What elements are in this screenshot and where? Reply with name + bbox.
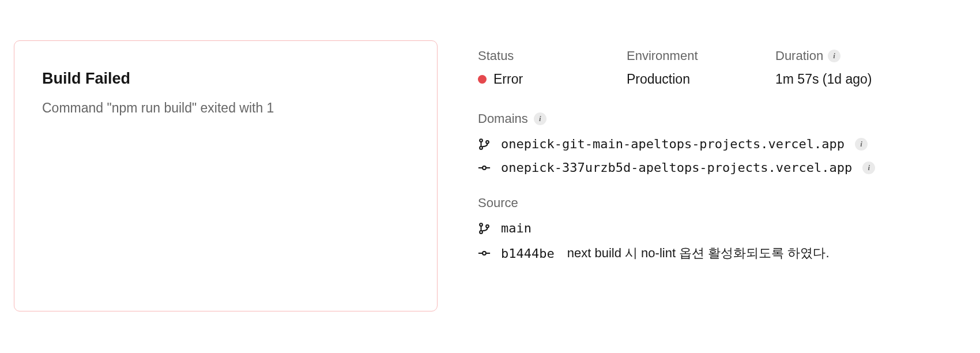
svg-point-2 [486,140,489,143]
source-branch-row: main [478,221,966,235]
domain-row: onepick-git-main-apeltops-projects.verce… [478,137,966,151]
commit-icon [478,247,491,260]
branch-icon [478,222,491,235]
info-icon[interactable]: i [855,138,868,151]
environment-label: Environment [627,48,748,63]
deployment-details: Status Error Environment Production Dura… [478,40,966,311]
svg-point-7 [480,231,483,234]
build-error-message: Command "npm run build" exited with 1 [42,100,409,116]
status-meta-row: Status Error Environment Production Dura… [478,48,966,87]
info-icon[interactable]: i [862,162,875,174]
svg-point-0 [480,139,483,142]
source-label: Source [478,196,966,211]
source-commit-row: b1444be next build 시 no-lint 옵션 활성화되도록 하… [478,245,966,262]
source-commit-link[interactable]: b1444be [501,246,555,261]
domains-label-text: Domains [478,111,528,126]
svg-point-8 [486,224,489,227]
source-section: Source main [478,196,966,262]
build-failed-card: Build Failed Command "npm run build" exi… [14,40,438,311]
duration-label-text: Duration [775,48,823,63]
domains-label: Domains i [478,111,966,126]
status-value: Error [478,72,599,87]
duration-label: Duration i [775,48,872,63]
svg-point-1 [480,147,483,149]
branch-icon [478,138,491,151]
domain-commit-link[interactable]: onepick-337urzb5d-apeltops-projects.verc… [501,160,852,175]
svg-point-3 [483,166,486,170]
svg-point-9 [483,251,486,255]
environment-block: Environment Production [627,48,748,87]
status-label: Status [478,48,599,63]
duration-value: 1m 57s (1d ago) [775,72,872,87]
info-icon[interactable]: i [828,50,840,62]
status-text: Error [493,72,523,87]
environment-value: Production [627,72,748,87]
build-status-title: Build Failed [42,70,409,88]
domains-section: Domains i onepick-git-main-apeltops-proj… [478,111,966,175]
status-error-dot-icon [478,75,487,84]
duration-block: Duration i 1m 57s (1d ago) [775,48,872,87]
status-block: Status Error [478,48,599,87]
domain-branch-link[interactable]: onepick-git-main-apeltops-projects.verce… [501,137,845,151]
source-branch-link[interactable]: main [501,221,532,235]
svg-point-6 [480,223,483,226]
info-icon[interactable]: i [534,112,546,125]
commit-icon [478,162,491,174]
source-commit-message: next build 시 no-lint 옵션 활성화되도록 하였다. [567,245,830,262]
domain-row: onepick-337urzb5d-apeltops-projects.verc… [478,160,966,175]
deployment-overview: Build Failed Command "npm run build" exi… [14,40,966,311]
